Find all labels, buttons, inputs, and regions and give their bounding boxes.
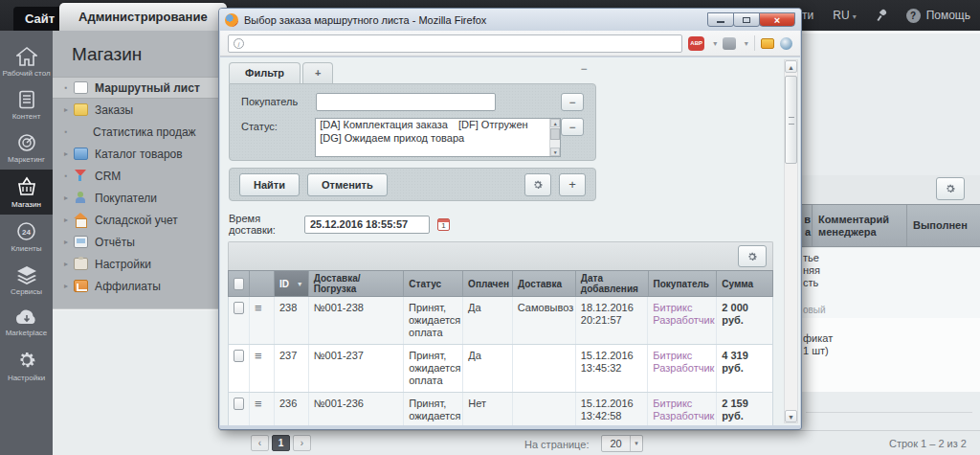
listbox-scrollbar[interactable]: ▲ ▼ — [549, 119, 560, 156]
chevron-down-icon[interactable]: ▾ — [745, 39, 748, 48]
sidebar-item-marketing[interactable]: Маркетинг — [0, 126, 53, 170]
pin-icon[interactable] — [876, 10, 887, 21]
column-header-customer[interactable]: Покупатель — [649, 271, 718, 296]
adblock-icon[interactable]: ABP — [688, 36, 704, 51]
scroll-down-icon[interactable]: ▼ — [785, 410, 797, 422]
row-checkbox[interactable] — [234, 350, 244, 362]
status-option[interactable]: [DF] Отгружен — [455, 119, 532, 130]
sidebar-item-services[interactable]: Сервисы — [0, 259, 53, 302]
chevron-down-icon[interactable]: ▾ — [713, 39, 717, 48]
grid-settings-button[interactable] — [936, 177, 965, 200]
sidebar-item-shop[interactable]: Магазин — [0, 170, 53, 215]
add-filter-field-button[interactable]: + — [559, 173, 586, 196]
addon-orange-icon[interactable] — [761, 38, 775, 49]
customer-link[interactable]: Битрикс — [653, 302, 711, 314]
tab-administration[interactable]: Администрирование — [59, 3, 227, 31]
column-header-manager-comment[interactable]: Комментарий менеджера — [813, 205, 907, 246]
per-page-select[interactable]: 20 ▾ — [601, 435, 643, 452]
sidebar-item-clients[interactable]: 24 Клиенты — [0, 215, 53, 259]
column-header-id[interactable]: ID▼ — [275, 271, 309, 296]
menu-item-catalog[interactable]: ▸ Каталог товаров — [53, 143, 220, 165]
customer-link[interactable]: Битрикс — [653, 398, 711, 410]
row-menu-icon[interactable]: ≡ — [255, 350, 262, 362]
window-titlebar[interactable]: Выбор заказа маршрутного листа - Mozilla… — [219, 9, 801, 31]
cancel-button[interactable]: Отменить — [307, 173, 388, 196]
menu-item-sales-stats[interactable]: ▪ Статистика продаж — [53, 121, 220, 143]
scrollbar-thumb[interactable] — [785, 76, 797, 164]
url-input[interactable] — [244, 36, 677, 51]
extension-icon[interactable] — [723, 37, 736, 50]
page-prev-button[interactable]: ‹ — [251, 435, 269, 451]
menu-item-buyers[interactable]: ▸ Покупатели — [53, 187, 220, 209]
scroll-up-icon[interactable]: ▲ — [550, 119, 560, 127]
tab-site[interactable]: Сайт — [13, 7, 66, 31]
customer-link[interactable]: Разработчик — [653, 314, 711, 327]
tab-filter[interactable]: Фильтр — [229, 62, 301, 83]
sidebar-item-marketplace[interactable]: Marketplace — [0, 302, 53, 343]
row-checkbox[interactable] — [234, 302, 244, 314]
table-row[interactable]: ≡ 237 №001-237 Принят, ожидается оплата … — [228, 345, 773, 393]
delivery-time-label: Время доставки: — [229, 213, 304, 236]
row-menu-icon[interactable]: ≡ — [255, 302, 262, 314]
remove-field-button[interactable]: − — [561, 93, 584, 111]
menu-item-route-sheet[interactable]: ▪ Маршрутный лист — [53, 77, 220, 99]
delivery-time-input[interactable] — [304, 216, 430, 234]
calendar-icon[interactable]: 1 — [437, 218, 450, 231]
grid-settings-button[interactable] — [738, 245, 767, 267]
page-scrollbar[interactable]: ▲ ▼ — [784, 59, 798, 423]
row-checkbox[interactable] — [234, 398, 244, 410]
status-option[interactable]: [DA] Комплектация заказа — [316, 119, 452, 130]
header-label: Доставка — [518, 279, 562, 289]
sidebar-item-content[interactable]: Контент — [0, 83, 53, 126]
scroll-up-icon[interactable]: ▲ — [785, 60, 797, 73]
menu-item-warehouse[interactable]: ▸ Складской учет — [53, 209, 220, 231]
column-header-number[interactable]: Доставка/Погрузка — [309, 271, 405, 296]
scrollbar-thumb[interactable] — [550, 128, 560, 140]
chevron-right-icon: ▸ — [60, 216, 72, 224]
sidebar-item-settings[interactable]: Настройки — [0, 343, 53, 388]
sidebar-item-desktop[interactable]: Рабочий стол — [0, 40, 53, 83]
close-button[interactable]: × — [759, 12, 795, 27]
customer-link[interactable]: Разработчик — [653, 362, 711, 375]
remove-field-button[interactable]: − — [561, 118, 584, 136]
language-select[interactable]: RU▾ — [833, 9, 856, 22]
menu-item-orders[interactable]: ▸ Заказы — [53, 99, 220, 121]
column-header-date[interactable]: Дата добавления — [576, 271, 649, 296]
find-button[interactable]: Найти — [239, 173, 300, 196]
column-header-delivery[interactable]: Доставка — [513, 271, 576, 296]
menu-item-crm[interactable]: ▪ CRM — [53, 165, 220, 187]
page-number-button[interactable]: 1 — [272, 435, 290, 451]
customer-link[interactable]: Разработчик — [653, 410, 711, 422]
filter-settings-button[interactable] — [524, 173, 551, 196]
menu-item-affiliates[interactable]: ▸ Аффилиаты — [53, 275, 220, 297]
column-header-status[interactable]: Статус — [404, 271, 463, 296]
table-row[interactable]: ≡ 238 №001-238 Принят, ожидается оплата … — [228, 297, 773, 345]
column-header-sum[interactable]: Сумма — [717, 271, 772, 296]
customer-input[interactable] — [316, 93, 496, 111]
sidebar-item-label: Сервисы — [11, 287, 42, 296]
language-value: RU — [833, 9, 849, 22]
row-menu-icon[interactable]: ≡ — [255, 398, 262, 410]
url-bar[interactable]: i — [228, 34, 682, 53]
filter-tabs: Фильтр + — [229, 62, 333, 83]
status-listbox[interactable]: [DA] Комплектация заказа [DF] Отгружен [… — [315, 118, 561, 157]
help-link[interactable]: ? Помощь — [906, 9, 970, 23]
table-row[interactable]: ≡ 236 №001-236 Принят, ожидается оплата … — [228, 393, 773, 425]
customer-link[interactable]: Битрикс — [653, 350, 711, 362]
maximize-button[interactable] — [733, 12, 760, 27]
column-header-truncated[interactable]: ва — [802, 205, 813, 246]
filter-collapse-button[interactable]: − — [576, 63, 591, 77]
minimize-button[interactable] — [707, 12, 734, 27]
column-header-done[interactable]: Выполнен — [907, 205, 980, 246]
add-filter-tab-button[interactable]: + — [302, 62, 333, 83]
maximize-icon — [743, 17, 750, 23]
status-option[interactable]: [DG] Ожидаем приход товара — [316, 132, 468, 144]
select-all-checkbox[interactable] — [234, 278, 244, 290]
menu-item-reports[interactable]: ▸ Отчёты — [53, 231, 220, 253]
scroll-down-icon[interactable]: ▼ — [550, 148, 560, 156]
column-header-paid[interactable]: Оплачен — [463, 271, 513, 296]
page-next-button[interactable]: › — [293, 435, 311, 451]
site-info-icon[interactable]: i — [234, 38, 244, 49]
menu-item-settings[interactable]: ▸ Настройки — [53, 253, 220, 275]
addon-round-icon[interactable] — [780, 37, 792, 50]
